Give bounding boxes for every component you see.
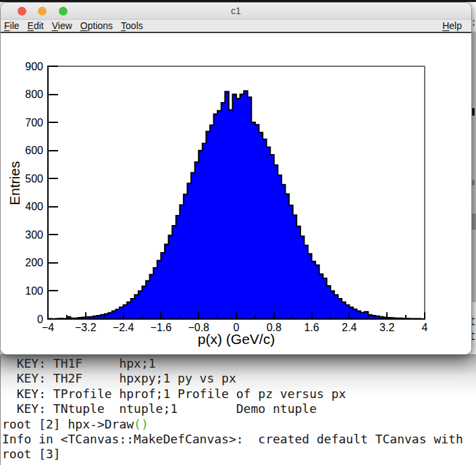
menu-item-file[interactable]: File [4, 20, 20, 31]
x-tick-label: −3.2 [75, 322, 97, 333]
menu-right-group: Help [442, 20, 462, 32]
terminal-output[interactable]: KEY: TH1F hpx;1 KEY: TH2F hpxpy;1 py vs … [0, 356, 476, 462]
menu-left-group: FileEditViewOptionsTools [4, 20, 143, 31]
y-tick-label: 800 [25, 89, 43, 100]
x-tick-label: −4 [42, 322, 54, 333]
root-canvas-area[interactable]: 0100200300400500600700800900−4−3.2−2.4−1… [1, 33, 471, 354]
y-tick-label: 900 [25, 61, 43, 72]
y-tick-label: 600 [25, 145, 43, 156]
window-title: c1 [1, 3, 471, 19]
menu-item-help[interactable]: Help [442, 20, 462, 31]
background-window-fragment [471, 214, 476, 230]
background-window-fragment [472, 108, 475, 116]
x-tick-label: −1.6 [151, 322, 172, 333]
histogram-hpx[interactable] [48, 91, 425, 319]
menu-item-edit[interactable]: Edit [28, 20, 44, 31]
menu-item-view[interactable]: View [52, 20, 72, 31]
x-axis-title: p(x) (GeV/c) [198, 331, 275, 347]
y-tick-label: 100 [25, 285, 43, 297]
menubar: FileEditViewOptionsTools Help [1, 20, 471, 33]
x-tick-label: −2.4 [113, 322, 134, 333]
titlebar[interactable]: c1 [1, 3, 471, 20]
terminal-line: KEY: TH2F hpxpy;1 py vs px [2, 371, 476, 386]
x-tick-label: 2.4 [342, 322, 356, 333]
terminal-left-border [0, 356, 1, 465]
menu-item-tools[interactable]: Tools [121, 20, 143, 31]
y-tick-label: 200 [25, 257, 43, 268]
y-axis-title: Entries [7, 161, 22, 205]
background-window-fragment [472, 180, 475, 185]
canvas-window-c1: c1 FileEditViewOptionsTools Help 0100200… [0, 2, 472, 355]
y-tick-label: 700 [25, 117, 43, 128]
terminal-line: KEY: TProfile hprof;1 Profile of pz vers… [2, 387, 476, 401]
x-tick-label: 4 [422, 322, 428, 333]
y-tick-label: 400 [25, 201, 43, 212]
terminal-line: root [3] [2, 447, 476, 462]
background-window-edge [472, 32, 476, 302]
histogram-plot[interactable]: 0100200300400500600700800900−4−3.2−2.4−1… [1, 33, 471, 354]
x-tick-label: 1.6 [304, 322, 319, 333]
terminal-line: KEY: TH1F hpx;1 [2, 356, 476, 371]
menu-item-options[interactable]: Options [80, 20, 113, 31]
y-tick-label: 300 [25, 229, 43, 241]
terminal-line: root [2] hpx->Draw() [2, 417, 476, 432]
y-tick-label: 500 [25, 173, 43, 185]
x-tick-label: 3.2 [379, 322, 394, 333]
terminal-line: KEY: TNtuple ntuple;1 Demo ntuple [2, 401, 476, 416]
terminal-line: Info in <TCanvas::MakeDefCanvas>: create… [2, 432, 476, 447]
